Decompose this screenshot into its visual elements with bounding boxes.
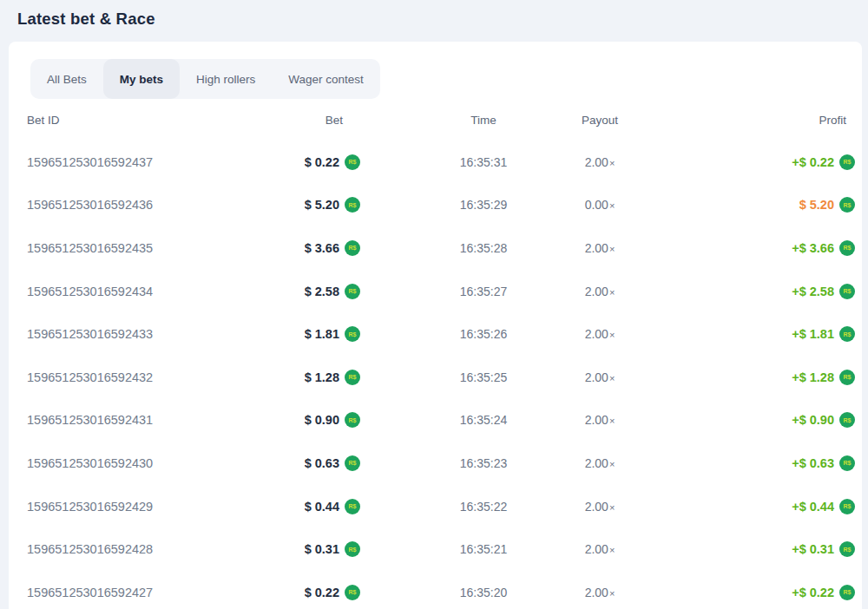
bet-id-cell: 159651253016592427 (9, 586, 295, 599)
profit-cell: +$ 0.90 R$ (680, 412, 862, 428)
bet-cell: $ 0.31 R$ (295, 541, 360, 557)
profit-cell: +$ 0.63 R$ (680, 455, 862, 471)
currency-coin-icon: R$ (839, 326, 855, 342)
table-row[interactable]: 159651253016592429 $ 0.44 R$ 16:35:22 2.… (9, 485, 862, 528)
bet-id-cell: 159651253016592434 (9, 285, 295, 298)
header-profit: Profit (680, 114, 862, 127)
currency-coin-icon: R$ (345, 240, 360, 256)
profit-cell: $ 5.20 R$ (680, 197, 862, 213)
multiplier-x-symbol: × (609, 459, 615, 469)
tab-high-rollers[interactable]: High rollers (180, 59, 272, 99)
bet-id-cell: 159651253016592435 (9, 241, 295, 255)
currency-coin-icon: R$ (839, 455, 855, 471)
currency-coin-icon: R$ (839, 412, 855, 428)
bet-id-cell: 159651253016592430 (9, 456, 295, 470)
multiplier-x-symbol: × (609, 502, 615, 513)
bet-amount: $ 0.63 (305, 456, 339, 470)
tab-label: Wager contest (288, 73, 364, 86)
time-cell: 16:35:29 (360, 198, 520, 212)
table-row[interactable]: 159651253016592434 $ 2.58 R$ 16:35:27 2.… (9, 270, 862, 313)
profit-cell: +$ 1.28 R$ (680, 370, 862, 385)
bet-id-cell: 159651253016592429 (9, 500, 295, 514)
bet-id-cell: 159651253016592436 (9, 198, 295, 212)
currency-coin-icon: R$ (345, 154, 360, 170)
bet-id-cell: 159651253016592433 (9, 327, 295, 341)
currency-coin-icon: R$ (345, 455, 360, 471)
profit-amount: +$ 0.63 (792, 456, 834, 470)
currency-coin-icon: R$ (839, 154, 855, 170)
profit-amount: +$ 0.22 (792, 155, 834, 169)
payout-cell: 2.00× (520, 285, 680, 298)
latest-bets-card: All Bets My bets High rollers Wager cont… (9, 42, 862, 609)
table-row[interactable]: 159651253016592430 $ 0.63 R$ 16:35:23 2.… (9, 442, 862, 485)
bet-cell: $ 0.22 R$ (295, 154, 360, 170)
bet-id-cell: 159651253016592431 (9, 413, 295, 427)
tab-label: High rollers (196, 73, 255, 86)
multiplier-x-symbol: × (609, 588, 615, 599)
table-row[interactable]: 159651253016592436 $ 5.20 R$ 16:35:29 0.… (9, 184, 862, 227)
profit-cell: +$ 0.22 R$ (680, 585, 862, 600)
bet-amount: $ 2.58 (305, 285, 339, 298)
profit-cell: +$ 2.58 R$ (680, 284, 862, 299)
bet-cell: $ 0.63 R$ (295, 455, 360, 471)
bet-cell: $ 2.58 R$ (295, 284, 360, 299)
time-cell: 16:35:28 (360, 241, 520, 255)
payout-cell: 0.00× (520, 198, 680, 212)
time-cell: 16:35:27 (360, 285, 520, 298)
time-cell: 16:35:26 (360, 327, 520, 341)
bet-amount: $ 0.22 (305, 586, 339, 599)
currency-coin-icon: R$ (839, 284, 855, 299)
table-row[interactable]: 159651253016592427 $ 0.22 R$ 16:35:20 2.… (9, 571, 862, 609)
time-cell: 16:35:23 (360, 456, 520, 470)
payout-multiplier: 2.00 (585, 155, 608, 169)
payout-multiplier: 2.00 (585, 370, 608, 384)
bet-amount: $ 1.81 (305, 327, 339, 341)
bet-cell: $ 1.28 R$ (295, 370, 360, 385)
profit-amount: +$ 1.28 (792, 370, 834, 384)
tab-all-bets[interactable]: All Bets (30, 59, 103, 99)
payout-cell: 2.00× (520, 586, 680, 599)
bet-cell: $ 0.90 R$ (295, 412, 360, 428)
bet-cell: $ 1.81 R$ (295, 326, 360, 342)
currency-coin-icon: R$ (345, 499, 360, 514)
currency-coin-icon: R$ (839, 585, 855, 600)
bet-amount: $ 0.22 (305, 155, 339, 169)
currency-coin-icon: R$ (839, 541, 855, 557)
multiplier-x-symbol: × (609, 330, 615, 340)
table-row[interactable]: 159651253016592435 $ 3.66 R$ 16:35:28 2.… (9, 226, 862, 270)
profit-cell: +$ 1.81 R$ (680, 326, 862, 342)
profit-amount: +$ 1.81 (792, 327, 834, 341)
currency-coin-icon: R$ (345, 541, 360, 557)
table-row[interactable]: 159651253016592432 $ 1.28 R$ 16:35:25 2.… (9, 356, 862, 399)
header-payout: Payout (520, 114, 680, 127)
table-row[interactable]: 159651253016592431 $ 0.90 R$ 16:35:24 2.… (9, 399, 862, 442)
currency-coin-icon: R$ (839, 197, 855, 213)
table-row[interactable]: 159651253016592433 $ 1.81 R$ 16:35:26 2.… (9, 312, 862, 356)
payout-cell: 2.00× (520, 500, 680, 514)
bet-amount: $ 0.90 (305, 413, 339, 427)
bet-cell: $ 0.44 R$ (295, 499, 360, 514)
time-cell: 16:35:24 (360, 413, 520, 427)
profit-amount: +$ 0.90 (792, 413, 834, 427)
bet-id-cell: 159651253016592437 (9, 155, 295, 169)
payout-cell: 2.00× (520, 370, 680, 384)
payout-multiplier: 2.00 (585, 586, 608, 599)
currency-coin-icon: R$ (345, 197, 360, 213)
page-title: Latest bet & Race (17, 10, 155, 29)
profit-cell: +$ 0.31 R$ (680, 541, 862, 557)
multiplier-x-symbol: × (609, 545, 615, 555)
multiplier-x-symbol: × (609, 373, 615, 383)
profit-amount: +$ 0.31 (792, 542, 834, 556)
time-cell: 16:35:22 (360, 500, 520, 514)
bet-amount: $ 5.20 (305, 198, 339, 212)
multiplier-x-symbol: × (609, 244, 615, 254)
table-row[interactable]: 159651253016592428 $ 0.31 R$ 16:35:21 2.… (9, 527, 862, 571)
currency-coin-icon: R$ (345, 412, 360, 428)
tab-wager-contest[interactable]: Wager contest (272, 59, 380, 99)
tab-label: All Bets (47, 73, 87, 86)
payout-cell: 2.00× (520, 327, 680, 341)
table-row[interactable]: 159651253016592437 $ 0.22 R$ 16:35:31 2.… (9, 141, 862, 184)
currency-coin-icon: R$ (345, 284, 360, 299)
bet-cell: $ 3.66 R$ (295, 240, 360, 256)
tab-my-bets[interactable]: My bets (103, 59, 180, 99)
